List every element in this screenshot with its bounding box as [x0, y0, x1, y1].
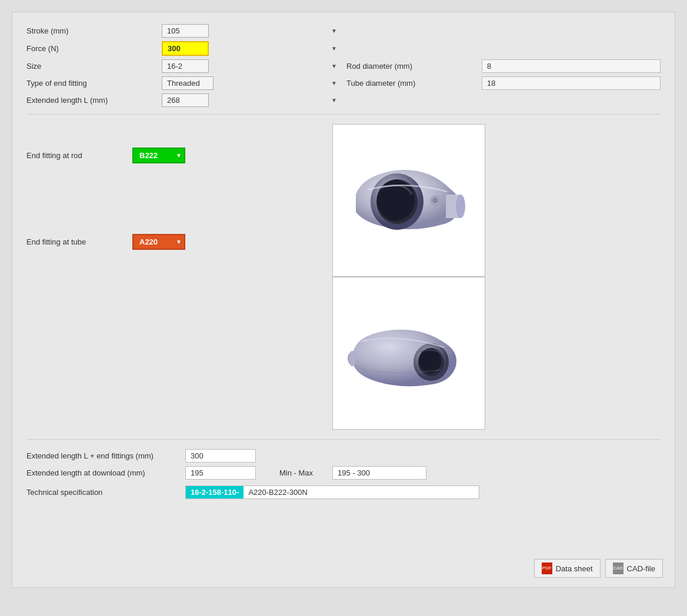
ext-length-select-wrapper: 268 ▼ — [162, 93, 341, 107]
pdf-icon: PDF — [542, 563, 552, 574]
size-chevron-icon: ▼ — [331, 63, 337, 69]
tube-fitting-label: End fitting at tube — [26, 237, 121, 246]
tech-spec-field: 16-2-158-110- A220-B222-300N — [185, 486, 479, 499]
rod-fitting-label: End fitting at rod — [26, 151, 121, 160]
middle-section: End fitting at rod B222 ▼ End fitting at… — [26, 124, 661, 430]
ext-chevron-icon: ▼ — [331, 97, 337, 103]
tech-spec-highlight: 16-2-158-110- — [186, 486, 244, 498]
tech-spec-label: Technical specification — [26, 488, 179, 497]
images-column — [332, 124, 485, 430]
divider-bottom — [26, 439, 661, 440]
force-select[interactable]: 300 — [162, 41, 209, 56]
data-sheet-button[interactable]: PDF Data sheet — [534, 559, 601, 578]
tech-spec-row: Technical specification 16-2-158-110- A2… — [26, 486, 661, 499]
type-select-wrapper: Threaded ▼ — [162, 76, 341, 90]
ext-length-label: Extended length L (mm) — [26, 96, 156, 105]
ext-fittings-row: Extended length L + end fittings (mm) 30… — [26, 449, 661, 463]
ext-download-value: 195 — [185, 466, 256, 480]
svg-point-4 — [456, 195, 465, 218]
footer-buttons: PDF Data sheet CAD CAD-file — [534, 559, 663, 578]
main-container: Stroke (mm) 105 ▼ Force (N) 300 ▼ Size 1… — [12, 12, 675, 588]
rod-fitting-select-wrapper: B222 ▼ — [132, 148, 185, 163]
svg-point-10 — [349, 351, 356, 366]
size-select-wrapper: 16-2 ▼ — [162, 59, 341, 73]
tube-fitting-row: End fitting at tube A220 ▼ — [26, 234, 309, 250]
type-select[interactable]: Threaded — [162, 76, 214, 90]
size-select[interactable]: 16-2 — [162, 59, 209, 73]
force-select-wrapper: 300 ▼ — [162, 41, 341, 56]
rod-diameter-value: 8 — [482, 59, 661, 73]
force-chevron-icon: ▼ — [331, 45, 337, 52]
tube-fitting-select-wrapper: A220 ▼ — [132, 234, 185, 250]
rod-fitting-svg — [344, 136, 473, 265]
ext-download-label: Extended length at download (mm) — [26, 468, 179, 477]
fittings-column: End fitting at rod B222 ▼ End fitting at… — [26, 124, 309, 250]
data-sheet-label: Data sheet — [556, 564, 593, 573]
ext-length-select[interactable]: 268 — [162, 93, 209, 107]
tube-fitting-image — [332, 277, 485, 430]
rod-fitting-select[interactable]: B222 — [132, 148, 185, 163]
rod-fitting-row: End fitting at rod B222 ▼ — [26, 148, 309, 163]
cad-file-button[interactable]: CAD CAD-file — [605, 559, 663, 578]
bottom-section: Extended length L + end fittings (mm) 30… — [26, 449, 661, 499]
force-label: Force (N) — [26, 44, 156, 53]
type-label: Type of end fitting — [26, 79, 156, 88]
rod-diameter-label: Rod diameter (mm) — [346, 62, 476, 71]
tube-fitting-select[interactable]: A220 — [132, 234, 185, 250]
tube-diameter-label: Tube diameter (mm) — [346, 79, 476, 88]
stroke-label: Stroke (mm) — [26, 26, 156, 35]
size-label: Size — [26, 62, 156, 71]
svg-point-9 — [419, 349, 441, 373]
divider-top — [26, 114, 661, 115]
tube-fitting-svg — [344, 289, 473, 418]
stroke-chevron-icon: ▼ — [331, 28, 337, 34]
minmax-value: 195 - 300 — [332, 466, 426, 480]
ext-download-row: Extended length at download (mm) 195 Min… — [26, 466, 661, 480]
svg-point-6 — [432, 197, 438, 203]
ext-fittings-value: 300 — [185, 449, 256, 463]
cad-file-label: CAD-file — [627, 564, 655, 573]
minmax-label: Min - Max — [279, 468, 326, 477]
type-chevron-icon: ▼ — [331, 80, 337, 86]
stroke-select[interactable]: 105 — [162, 24, 209, 38]
rod-fitting-image — [332, 124, 485, 277]
tech-spec-rest: A220-B222-300N — [244, 486, 479, 498]
config-section: Stroke (mm) 105 ▼ Force (N) 300 ▼ Size 1… — [26, 24, 661, 107]
stroke-select-wrapper: 105 ▼ — [162, 24, 341, 38]
ext-fittings-label: Extended length L + end fittings (mm) — [26, 451, 179, 460]
cad-icon: CAD — [613, 563, 623, 574]
tube-diameter-value: 18 — [482, 76, 661, 90]
